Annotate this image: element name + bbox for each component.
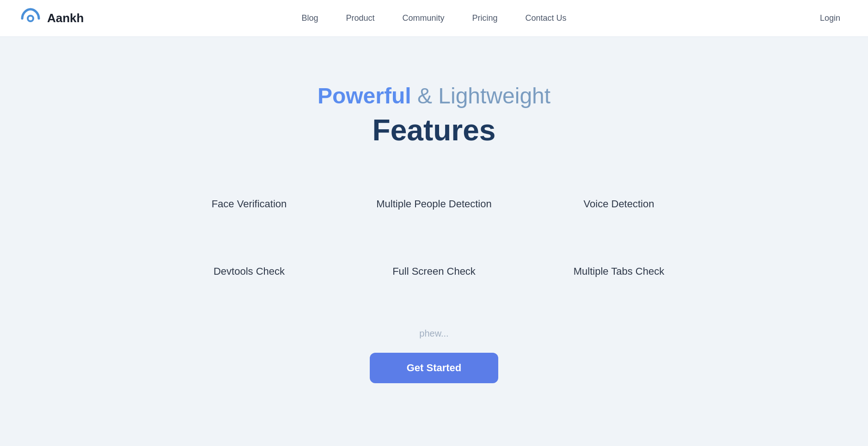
feature-devtools-check: Devtools Check (157, 252, 342, 291)
header: Aankh Blog Product Community Pricing Con… (0, 0, 868, 37)
section-title: Features (373, 113, 496, 147)
nav-login[interactable]: Login (820, 13, 840, 23)
logo-icon (18, 6, 43, 30)
main-content: Powerful & Lightweight Features Face Ver… (0, 37, 868, 411)
feature-voice-detection: Voice Detection (526, 184, 711, 224)
headline-connector: & Lightweight (411, 84, 551, 108)
headline-powerful: Powerful (318, 84, 411, 108)
nav-contact-us[interactable]: Contact Us (526, 13, 567, 23)
hero-headline: Powerful & Lightweight (318, 83, 550, 108)
logo-text: Aankh (47, 11, 84, 25)
phew-text: phew... (419, 328, 448, 339)
feature-multiple-tabs-check: Multiple Tabs Check (526, 252, 711, 291)
nav-pricing[interactable]: Pricing (472, 13, 498, 23)
feature-full-screen-check: Full Screen Check (342, 252, 526, 291)
feature-multiple-people-detection: Multiple People Detection (342, 184, 526, 224)
get-started-button[interactable]: Get Started (370, 353, 499, 383)
svg-point-0 (28, 16, 33, 21)
feature-face-verification: Face Verification (157, 184, 342, 224)
main-nav: Blog Product Community Pricing Contact U… (301, 13, 566, 23)
logo[interactable]: Aankh (18, 6, 84, 30)
nav-community[interactable]: Community (402, 13, 444, 23)
features-grid: Face Verification Multiple People Detect… (157, 184, 711, 291)
nav-blog[interactable]: Blog (301, 13, 318, 23)
nav-product[interactable]: Product (346, 13, 374, 23)
